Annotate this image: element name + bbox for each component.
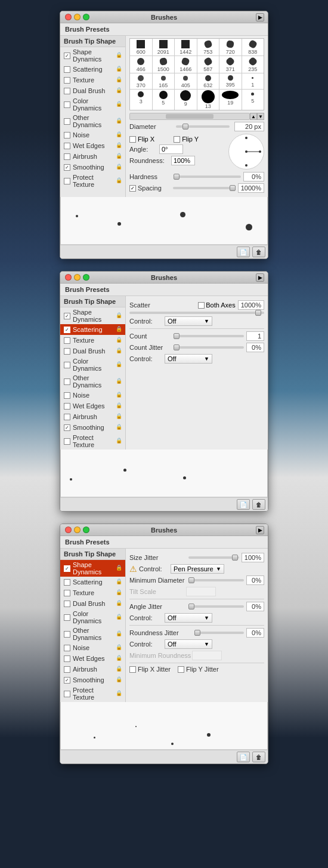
wet-edges-cb-2[interactable] <box>64 403 70 410</box>
close-button-2[interactable] <box>65 274 72 281</box>
sidebar-item-color-dynamics-1[interactable]: Color Dynamics 🔒 <box>60 96 125 113</box>
maximize-button-1[interactable] <box>83 14 89 20</box>
smoothing-cb-2[interactable] <box>64 424 70 431</box>
close-button-3[interactable] <box>65 527 72 533</box>
maximize-button-2[interactable] <box>83 274 89 281</box>
texture-checkbox-1[interactable] <box>64 77 70 84</box>
sidebar-item-protect-texture-1[interactable]: Protect Texture 🔒 <box>60 173 125 189</box>
sidebar-texture-3[interactable]: Texture 🔒 <box>60 587 125 598</box>
angle-jitter-thumb[interactable] <box>188 604 194 610</box>
control-pen-select[interactable]: Pen Pressure ▼ <box>171 564 224 574</box>
scattering-cb-3[interactable] <box>64 579 70 586</box>
brush-cell-8[interactable]: 1500 <box>153 56 175 73</box>
brush-cell-7[interactable]: 466 <box>130 56 152 73</box>
minimize-button-1[interactable] <box>74 14 81 20</box>
scatter-slider[interactable] <box>129 312 264 314</box>
other-dynamics-checkbox-1[interactable] <box>64 118 70 125</box>
min-diameter-slider[interactable] <box>188 579 244 581</box>
spacing-slider[interactable] <box>173 187 236 189</box>
roundness-jitter-slider[interactable] <box>194 632 244 634</box>
roundness-jitter-thumb[interactable] <box>194 630 200 636</box>
window-controls-3[interactable] <box>65 527 89 533</box>
expand-button-3[interactable]: ▶ <box>256 526 264 534</box>
diameter-value[interactable]: 20 px <box>234 122 264 131</box>
protect-texture-cb-3[interactable] <box>64 691 70 697</box>
hardness-slider[interactable] <box>174 176 241 178</box>
spacing-value[interactable]: 1000% <box>238 183 264 193</box>
brush-cell-24[interactable]: 5 <box>242 90 264 110</box>
brush-cell-10[interactable]: 587 <box>197 56 219 73</box>
sidebar-airbrush-2[interactable]: Airbrush 🔒 <box>60 411 125 422</box>
protect-texture-checkbox-1[interactable] <box>64 178 70 184</box>
noise-cb-2[interactable] <box>64 392 70 399</box>
flip-x-checkbox[interactable] <box>129 136 136 143</box>
sidebar-item-wet-edges-1[interactable]: Wet Edges 🔒 <box>60 140 125 151</box>
sidebar-dual-brush-2[interactable]: Dual Brush 🔒 <box>60 346 125 356</box>
dual-brush-cb-3[interactable] <box>64 601 70 607</box>
sidebar-item-shape-dynamics-1[interactable]: Shape Dynamics 🔒 <box>60 47 125 64</box>
count-value[interactable]: 1 <box>246 331 264 341</box>
sidebar-noise-2[interactable]: Noise 🔒 <box>60 390 125 401</box>
brush-cell-3[interactable]: 1442 <box>175 39 197 56</box>
control-off1-select[interactable]: Off ▼ <box>165 613 212 623</box>
sidebar-brush-tip-3[interactable]: Brush Tip Shape <box>60 549 125 560</box>
control2-select[interactable]: Off ▼ <box>165 354 212 364</box>
airbrush-cb-2[interactable] <box>64 414 70 420</box>
both-axes-check[interactable]: Both Axes <box>198 301 236 309</box>
noise-checkbox-1[interactable] <box>64 132 70 138</box>
flip-x-jitter-check[interactable]: Flip X Jitter <box>129 666 171 673</box>
shape-dynamics-cb-3[interactable] <box>64 565 70 572</box>
size-jitter-thumb[interactable] <box>232 555 238 561</box>
delete-brush-button-3[interactable]: 🗑 <box>252 752 265 762</box>
brush-cell-14[interactable]: 165 <box>153 73 175 89</box>
window-controls-1[interactable] <box>65 14 89 20</box>
hardness-value[interactable]: 0% <box>243 172 264 181</box>
color-dynamics-checkbox-1[interactable] <box>64 101 70 108</box>
brush-cell-6[interactable]: 838 <box>242 39 264 56</box>
delete-brush-button-1[interactable]: 🗑 <box>252 247 265 257</box>
control-off2-select[interactable]: Off ▼ <box>165 639 212 649</box>
sidebar-noise-3[interactable]: Noise 🔒 <box>60 642 125 653</box>
sidebar-scattering-3[interactable]: Scattering 🔒 <box>60 577 125 587</box>
sidebar-item-texture-1[interactable]: Texture 🔒 <box>60 75 125 85</box>
brush-cell-1[interactable]: 600 <box>130 39 152 56</box>
spacing-checkbox[interactable]: ✓ <box>129 185 136 192</box>
count-jitter-slider[interactable] <box>174 346 244 349</box>
count-jitter-thumb[interactable] <box>174 344 180 350</box>
count-slider[interactable] <box>174 335 244 337</box>
sidebar-item-smoothing-1[interactable]: Smoothing 🔒 <box>60 162 125 173</box>
sidebar-protect-texture-2[interactable]: Protect Texture 🔒 <box>60 433 125 450</box>
other-dynamics-cb-2[interactable] <box>64 378 70 385</box>
sidebar-texture-2[interactable]: Texture 🔒 <box>60 335 125 346</box>
airbrush-cb-3[interactable] <box>64 666 70 673</box>
sidebar-shape-dynamics-3[interactable]: Shape Dynamics 🔒 <box>60 560 125 577</box>
brush-cell-5[interactable]: 720 <box>219 39 242 56</box>
color-dynamics-cb-2[interactable] <box>64 362 70 368</box>
roundness-input[interactable] <box>171 156 195 165</box>
min-diameter-value[interactable]: 0% <box>246 575 264 585</box>
hardness-thumb[interactable] <box>174 174 180 180</box>
expand-button-2[interactable]: ▶ <box>256 273 264 282</box>
dual-brush-checkbox-1[interactable] <box>64 88 70 94</box>
airbrush-checkbox-1[interactable] <box>64 153 70 160</box>
both-axes-checkbox[interactable] <box>198 302 205 309</box>
brush-cell-11[interactable]: 371 <box>219 56 242 73</box>
sidebar-other-dynamics-3[interactable]: Other Dynamics 🔒 <box>60 626 125 642</box>
other-dynamics-cb-3[interactable] <box>64 631 70 638</box>
brush-cell-15[interactable]: 405 <box>175 73 197 89</box>
sidebar-other-dynamics-2[interactable]: Other Dynamics 🔒 <box>60 373 125 390</box>
new-brush-button-1[interactable]: 📄 <box>237 247 250 257</box>
count-thumb[interactable] <box>174 333 180 339</box>
sidebar-item-brush-tip-shape-1[interactable]: Brush Tip Shape <box>60 36 125 47</box>
brush-cell-9[interactable]: 1466 <box>175 56 197 73</box>
shape-dynamics-cb-2[interactable] <box>64 313 70 319</box>
noise-cb-3[interactable] <box>64 645 70 651</box>
brush-cell-16[interactable]: 632 <box>197 73 219 89</box>
scatter-value[interactable]: 1000% <box>238 300 264 310</box>
sidebar-protect-texture-3[interactable]: Protect Texture 🔒 <box>60 685 125 702</box>
diameter-slider[interactable] <box>176 125 230 128</box>
window-controls-2[interactable] <box>65 274 89 281</box>
sidebar-color-dynamics-2[interactable]: Color Dynamics 🔒 <box>60 356 125 373</box>
sidebar-smoothing-3[interactable]: Smoothing 🔒 <box>60 675 125 685</box>
sidebar-wet-edges-3[interactable]: Wet Edges 🔒 <box>60 653 125 664</box>
